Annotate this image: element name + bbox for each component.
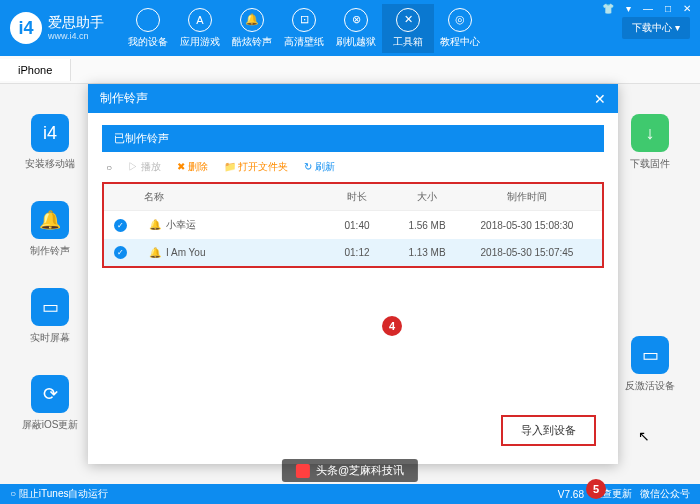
bell-icon: 🔔 — [31, 201, 69, 239]
ringtone-modal: 制作铃声 ✕ 已制作铃声 ○ ▷ 播放 ✖ 删除 📁 打开文件夹 ↻ 刷新 名称… — [88, 84, 618, 464]
version-label: V7.68 — [558, 489, 584, 500]
watermark: 头条@芝麻科技讯 — [282, 459, 418, 482]
device-icon: ▭ — [631, 336, 669, 374]
download-center-button[interactable]: 下载中心 ▾ — [622, 17, 690, 39]
delete-button[interactable]: ✖ 删除 — [177, 160, 208, 174]
maximize-icon[interactable]: □ — [662, 2, 674, 15]
modal-title-text: 制作铃声 — [100, 90, 148, 107]
close-icon[interactable]: ✕ — [680, 2, 694, 15]
bell-icon: 🔔 — [149, 219, 161, 230]
image-icon: ⊡ — [292, 8, 316, 32]
apps-icon: A — [188, 8, 212, 32]
app-name: 爱思助手 — [48, 15, 104, 30]
app-header: 👕 ▾ — □ ✕ i4 爱思助手 www.i4.cn 我的设备 A应用游戏 🔔… — [0, 0, 700, 56]
callout-badge-5: 5 — [586, 479, 606, 499]
wechat-button[interactable]: 微信公众号 — [640, 487, 690, 501]
sidebar-left: i4安装移动端 🔔制作铃声 ▭实时屏幕 ⟳屏蔽iOS更新 — [20, 114, 80, 462]
col-duration[interactable]: 时长 — [322, 190, 392, 204]
side-screen[interactable]: ▭实时屏幕 — [20, 288, 80, 345]
check-icon[interactable]: ✓ — [114, 246, 127, 259]
apple-icon — [136, 8, 160, 32]
table-row[interactable]: ✓ 🔔小幸运 01:40 1.56 MB 2018-05-30 15:08:30 — [104, 211, 602, 239]
nav-tutorials[interactable]: ◎教程中心 — [434, 4, 486, 53]
table-row[interactable]: ✓ 🔔I Am You 01:12 1.13 MB 2018-05-30 15:… — [104, 239, 602, 266]
minimize-icon[interactable]: — — [640, 2, 656, 15]
nav-my-device[interactable]: 我的设备 — [122, 4, 174, 53]
bell-icon: 🔔 — [149, 247, 161, 258]
main-area: i4安装移动端 🔔制作铃声 ▭实时屏幕 ⟳屏蔽iOS更新 ↓下载固件 ▭反激活设… — [0, 84, 700, 488]
modal-subtitle: 已制作铃声 — [102, 125, 604, 152]
help-icon: ◎ — [448, 8, 472, 32]
logo[interactable]: i4 爱思助手 www.i4.cn — [10, 12, 104, 44]
modal-titlebar: 制作铃声 ✕ — [88, 84, 618, 113]
side-deactivate[interactable]: ▭反激活设备 — [620, 336, 680, 393]
sidebar-right: ↓下载固件 ▭反激活设备 — [620, 114, 680, 423]
screen-icon: ▭ — [31, 288, 69, 326]
nav-jailbreak[interactable]: ⊗刷机越狱 — [330, 4, 382, 53]
side-ringtone[interactable]: 🔔制作铃声 — [20, 201, 80, 258]
check-icon[interactable]: ✓ — [114, 219, 127, 232]
block-itunes-toggle[interactable]: ○ 阻止iTunes自动运行 — [10, 487, 108, 501]
table-header: 名称 时长 大小 制作时间 — [104, 184, 602, 211]
nav-toolbox[interactable]: ✕工具箱 — [382, 4, 434, 53]
nav-wallpapers[interactable]: ⊡高清壁纸 — [278, 4, 330, 53]
app-url: www.i4.cn — [48, 31, 104, 41]
play-button[interactable]: ▷ 播放 — [128, 160, 161, 174]
install-icon: i4 — [31, 114, 69, 152]
import-to-device-button[interactable]: 导入到设备 — [501, 415, 596, 446]
tools-icon: ✕ — [396, 8, 420, 32]
box-icon: ⊗ — [344, 8, 368, 32]
block-icon: ⟳ — [31, 375, 69, 413]
nav-ringtones[interactable]: 🔔酷炫铃声 — [226, 4, 278, 53]
open-folder-button[interactable]: 📁 打开文件夹 — [224, 160, 289, 174]
menu-icon[interactable]: ▾ — [623, 2, 634, 15]
nav-apps[interactable]: A应用游戏 — [174, 4, 226, 53]
callout-badge-4: 4 — [382, 316, 402, 336]
side-block-update[interactable]: ⟳屏蔽iOS更新 — [20, 375, 80, 432]
watermark-logo-icon — [296, 464, 310, 478]
modal-close-icon[interactable]: ✕ — [594, 91, 606, 107]
bell-icon: 🔔 — [240, 8, 264, 32]
device-tabs: iPhone — [0, 56, 700, 84]
col-time[interactable]: 制作时间 — [462, 190, 592, 204]
main-nav: 我的设备 A应用游戏 🔔酷炫铃声 ⊡高清壁纸 ⊗刷机越狱 ✕工具箱 ◎教程中心 — [122, 4, 486, 53]
side-install[interactable]: i4安装移动端 — [20, 114, 80, 171]
side-firmware[interactable]: ↓下载固件 — [620, 114, 680, 171]
tab-iphone[interactable]: iPhone — [0, 59, 71, 81]
logo-icon: i4 — [10, 12, 42, 44]
toolbar: ○ ▷ 播放 ✖ 删除 📁 打开文件夹 ↻ 刷新 — [88, 152, 618, 182]
skin-icon[interactable]: 👕 — [599, 2, 617, 15]
cursor-icon: ↖ — [638, 428, 650, 444]
col-name[interactable]: 名称 — [144, 190, 322, 204]
refresh-button[interactable]: ↻ 刷新 — [304, 160, 335, 174]
select-all-radio[interactable]: ○ — [106, 162, 112, 173]
col-size[interactable]: 大小 — [392, 190, 462, 204]
ringtone-table: 名称 时长 大小 制作时间 ✓ 🔔小幸运 01:40 1.56 MB 2018-… — [102, 182, 604, 268]
download-icon: ↓ — [631, 114, 669, 152]
window-controls: 👕 ▾ — □ ✕ — [599, 2, 694, 15]
